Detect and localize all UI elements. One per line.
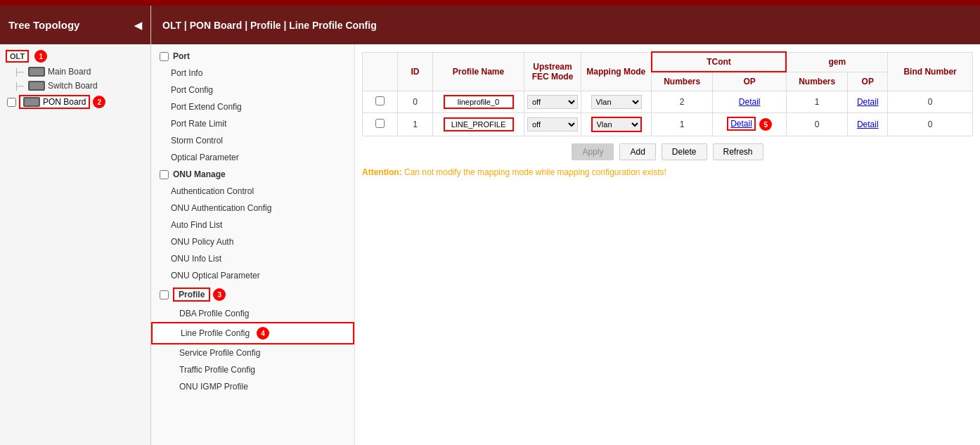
th-upstream-fec: Upstream FEC Mode — [524, 52, 581, 91]
port-section-header[interactable]: Port — [151, 48, 354, 65]
line-profile-badge: 4 — [257, 327, 269, 340]
th-mapping-mode: Mapping Mode — [581, 52, 652, 91]
row-0-profile-name-input[interactable] — [444, 95, 514, 109]
switch-board-label: Switch Board — [48, 81, 98, 91]
row-1-bind-number: 0 — [888, 113, 973, 136]
row-0-mapping-mode-select[interactable]: Vlan GEM TOS — [591, 95, 642, 109]
pon-board-icon — [23, 97, 40, 107]
table-row: 0 off on Vlan GEM — [363, 91, 973, 113]
apply-button[interactable]: Apply — [572, 143, 614, 160]
nav-onu-optical-param[interactable]: ONU Optical Parameter — [151, 267, 354, 284]
delete-button[interactable]: Delete — [662, 143, 707, 160]
row-0-tcont-detail[interactable]: Detail — [739, 97, 761, 107]
port-section-label: Port — [173, 51, 190, 61]
nav-traffic-profile-config[interactable]: Traffic Profile Config — [151, 361, 354, 378]
nav-port-config[interactable]: Port Config — [151, 82, 354, 98]
onu-section-label: ONU Manage — [173, 169, 226, 179]
nav-port-rate-limit[interactable]: Port Rate Limit — [151, 115, 354, 132]
sidebar-content: OLT 1 ├─ Main Board ├─ Switch Board P — [0, 44, 150, 445]
nav-port-extend-config[interactable]: Port Extend Config — [151, 98, 354, 115]
row-0-id: 0 — [398, 91, 433, 113]
main-board-icon — [28, 67, 45, 77]
row-0-bind-number: 0 — [888, 91, 973, 113]
th-tcont-op: OP — [713, 72, 787, 91]
onu-section-header[interactable]: ONU Manage — [151, 166, 354, 183]
row-1-profile-name-input[interactable] — [444, 117, 514, 131]
main-board-label: Main Board — [48, 67, 91, 77]
pon-board-checkbox[interactable] — [7, 98, 16, 107]
onu-section: ONU Manage Authentication Control ONU Au… — [151, 166, 354, 284]
profile-section-header[interactable]: Profile 3 — [151, 284, 354, 305]
breadcrumb: OLT | PON Board | Profile | Line Profile… — [151, 6, 980, 44]
nav-port-info[interactable]: Port Info — [151, 65, 354, 82]
row-1-tcont-numbers: 1 — [652, 113, 713, 136]
profile-section-checkbox[interactable] — [160, 290, 169, 299]
main-board-node[interactable]: ├─ Main Board — [0, 65, 150, 79]
row-1-checkbox[interactable] — [375, 119, 385, 128]
nav-auth-control[interactable]: Authentication Control — [151, 183, 354, 200]
nav-line-profile-config[interactable]: Line Profile Config 4 — [151, 322, 354, 344]
line-profile-table: ID Profile Name Upstream FEC Mode Mappin… — [362, 51, 973, 136]
olt-badge: 1 — [34, 50, 47, 63]
row-1-gem-numbers: 0 — [786, 113, 847, 136]
row-0-gem-detail[interactable]: Detail — [857, 97, 879, 107]
profile-section: Profile 3 DBA Profile Config Line Profil… — [151, 284, 354, 395]
pon-board-node[interactable]: PON Board 2 — [0, 93, 150, 111]
attention-prefix: Attention: — [362, 167, 402, 177]
pon-board-box: PON Board — [19, 95, 90, 109]
row-1-tcont-detail[interactable]: Detail — [727, 117, 756, 131]
nav-auto-find-list[interactable]: Auto Find List — [151, 217, 354, 233]
table-row: 1 off on Vlan GEM — [363, 113, 973, 136]
profile-section-label: Profile — [173, 288, 210, 302]
profile-badge: 3 — [213, 288, 226, 301]
th-bind-number: Bind Number — [888, 52, 973, 91]
row-0-tcont-numbers: 2 — [652, 91, 713, 113]
content-area: OLT | PON Board | Profile | Line Profile… — [151, 6, 980, 445]
onu-section-checkbox[interactable] — [160, 170, 169, 179]
switch-board-icon — [28, 81, 45, 91]
th-tcont-numbers: Numbers — [652, 72, 713, 91]
nav-onu-policy-auth[interactable]: ONU Policy Auth — [151, 233, 354, 250]
row-0-upstream-fec-select[interactable]: off on — [527, 95, 578, 109]
badge-5: 5 — [759, 118, 772, 131]
row-1-upstream-fec-select[interactable]: off on — [527, 117, 578, 131]
attention-text: Can not modify the mapping mode while ma… — [404, 167, 666, 177]
th-gem-op: OP — [848, 72, 888, 91]
switch-board-node[interactable]: ├─ Switch Board — [0, 79, 150, 93]
olt-node[interactable]: OLT 1 — [0, 48, 150, 65]
th-id: ID — [398, 52, 433, 91]
th-tcont: TCont — [652, 52, 787, 72]
nav-service-profile-config[interactable]: Service Profile Config — [151, 344, 354, 361]
sidebar-collapse-button[interactable]: ◀ — [134, 20, 142, 31]
th-checkbox — [363, 52, 398, 91]
th-gem: gem — [786, 52, 887, 72]
nav-onu-info-list[interactable]: ONU Info List — [151, 250, 354, 267]
left-nav: Port Port Info Port Config Port Extend C… — [151, 44, 355, 445]
nav-dba-profile-config[interactable]: DBA Profile Config — [151, 305, 354, 322]
row-1-mapping-mode-select[interactable]: Vlan GEM TOS — [591, 117, 642, 132]
nav-onu-igmp-profile[interactable]: ONU IGMP Profile — [151, 378, 354, 395]
content-body: Port Port Info Port Config Port Extend C… — [151, 44, 980, 445]
row-0-checkbox[interactable] — [375, 96, 385, 105]
sidebar-title: Tree Topology — [8, 19, 79, 31]
th-profile-name: Profile Name — [433, 52, 524, 91]
olt-label: OLT — [6, 50, 29, 63]
sidebar-header: Tree Topology ◀ — [0, 6, 150, 44]
row-0-gem-numbers: 1 — [786, 91, 847, 113]
action-buttons: Apply Add Delete Refresh — [362, 136, 973, 164]
nav-line-profile-label: Line Profile Config — [181, 328, 250, 338]
main-table-area: ID Profile Name Upstream FEC Mode Mappin… — [355, 44, 980, 445]
sidebar: Tree Topology ◀ OLT 1 ├─ Main Board ├─ S… — [0, 6, 151, 445]
pon-board-label: PON Board — [43, 97, 86, 107]
row-1-id: 1 — [398, 113, 433, 136]
nav-storm-control[interactable]: Storm Control — [151, 132, 354, 149]
add-button[interactable]: Add — [619, 143, 655, 160]
nav-onu-auth-config[interactable]: ONU Authentication Config — [151, 200, 354, 217]
nav-optical-parameter[interactable]: Optical Parameter — [151, 149, 354, 166]
breadcrumb-text: OLT | PON Board | Profile | Line Profile… — [162, 20, 377, 31]
row-1-gem-detail[interactable]: Detail — [857, 120, 879, 129]
port-section-checkbox[interactable] — [160, 52, 169, 61]
port-section: Port Port Info Port Config Port Extend C… — [151, 48, 354, 166]
top-bar — [0, 0, 980, 6]
refresh-button[interactable]: Refresh — [713, 143, 763, 160]
